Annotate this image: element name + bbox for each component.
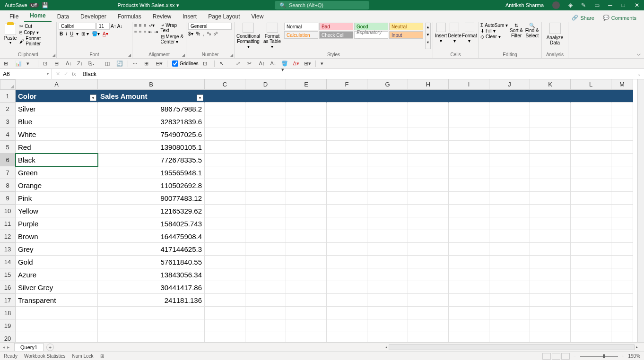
cell-D7[interactable] bbox=[245, 166, 286, 179]
cells-area[interactable]: Color▼Sales Amount▼Silver986757988.2Blue… bbox=[16, 90, 637, 342]
cell-F20[interactable] bbox=[327, 332, 367, 342]
cell-D12[interactable] bbox=[245, 230, 286, 243]
cell-H19[interactable] bbox=[408, 319, 449, 332]
analyze-data-button[interactable]: Analyze Data bbox=[544, 23, 566, 49]
cell-C15[interactable] bbox=[205, 268, 245, 281]
cell-K3[interactable] bbox=[530, 115, 571, 128]
cell-K7[interactable] bbox=[530, 166, 571, 179]
cell-F11[interactable] bbox=[327, 217, 367, 230]
align-center-icon[interactable]: ≡ bbox=[139, 29, 142, 34]
cell-E5[interactable] bbox=[286, 141, 327, 154]
cell-G13[interactable] bbox=[367, 243, 408, 256]
column-header-I[interactable]: I bbox=[449, 79, 489, 90]
column-header-L[interactable]: L bbox=[571, 79, 611, 90]
cell-I1[interactable] bbox=[449, 90, 489, 103]
cell-F15[interactable] bbox=[327, 268, 367, 281]
cell-K5[interactable] bbox=[530, 141, 571, 154]
menu-insert[interactable]: Insert bbox=[177, 11, 202, 22]
cell-E7[interactable] bbox=[286, 166, 327, 179]
cell-B20[interactable] bbox=[98, 332, 205, 342]
cell-K9[interactable] bbox=[530, 192, 571, 205]
cell-H14[interactable] bbox=[408, 256, 449, 268]
percent-button[interactable]: % bbox=[196, 31, 200, 36]
cell-E6[interactable] bbox=[286, 154, 327, 166]
cell-I16[interactable] bbox=[449, 281, 489, 294]
cell-M7[interactable] bbox=[611, 166, 633, 179]
cell-A16[interactable]: Silver Grey bbox=[16, 281, 98, 294]
zoom-slider[interactable] bbox=[580, 356, 618, 357]
insert-cells-button[interactable]: Insert▾ bbox=[435, 23, 447, 49]
cell-D18[interactable] bbox=[245, 307, 286, 319]
cell-M4[interactable] bbox=[611, 128, 633, 141]
status-workbook-stats[interactable]: Workbook Statistics bbox=[24, 353, 66, 359]
cell-G8[interactable] bbox=[367, 179, 408, 192]
cell-F19[interactable] bbox=[327, 319, 367, 332]
cell-K18[interactable] bbox=[530, 307, 571, 319]
cell-H10[interactable] bbox=[408, 205, 449, 217]
cell-H2[interactable] bbox=[408, 103, 449, 115]
autosum-button[interactable]: ΣAutoSum ▾ bbox=[480, 23, 508, 28]
cell-G12[interactable] bbox=[367, 230, 408, 243]
cell-H12[interactable] bbox=[408, 230, 449, 243]
qa-icon-11[interactable]: ⊟▾ bbox=[156, 60, 162, 67]
cell-K2[interactable] bbox=[530, 103, 571, 115]
cell-G2[interactable] bbox=[367, 103, 408, 115]
cell-I9[interactable] bbox=[449, 192, 489, 205]
cell-M2[interactable] bbox=[611, 103, 633, 115]
qa-icon-17[interactable]: A↓ bbox=[270, 60, 277, 67]
row-header-19[interactable]: 19 bbox=[0, 319, 16, 332]
cell-K20[interactable] bbox=[530, 332, 571, 342]
cell-E19[interactable] bbox=[286, 319, 327, 332]
cell-L4[interactable] bbox=[571, 128, 611, 141]
cell-E11[interactable] bbox=[286, 217, 327, 230]
cell-B9[interactable]: 90077483.12 bbox=[98, 192, 205, 205]
cell-C11[interactable] bbox=[205, 217, 245, 230]
menu-file[interactable]: File bbox=[4, 11, 24, 22]
cell-A3[interactable]: Blue bbox=[16, 115, 98, 128]
cell-E4[interactable] bbox=[286, 128, 327, 141]
menu-formulas[interactable]: Formulas bbox=[112, 11, 147, 22]
number-format-select[interactable]: General bbox=[188, 23, 232, 30]
cell-F12[interactable] bbox=[327, 230, 367, 243]
cell-G5[interactable] bbox=[367, 141, 408, 154]
cell-D19[interactable] bbox=[245, 319, 286, 332]
cell-J15[interactable] bbox=[489, 268, 530, 281]
column-header-D[interactable]: D bbox=[245, 79, 286, 90]
cell-C18[interactable] bbox=[205, 307, 245, 319]
cell-I15[interactable] bbox=[449, 268, 489, 281]
bold-button[interactable]: B bbox=[60, 31, 63, 36]
styles-gallery-scroll[interactable]: ▲▼▾ bbox=[425, 23, 431, 49]
decrease-decimal-button[interactable]: ₀⁰ bbox=[214, 31, 218, 36]
search-box[interactable]: 🔍 Search (Alt+Q) bbox=[275, 1, 369, 9]
row-header-8[interactable]: 8 bbox=[0, 179, 16, 192]
expand-formula-bar[interactable]: ⌄ bbox=[635, 72, 644, 77]
cell-A11[interactable]: Purple bbox=[16, 217, 98, 230]
qa-icon-3[interactable]: ▾ bbox=[26, 60, 33, 67]
cell-J11[interactable] bbox=[489, 217, 530, 230]
cell-E9[interactable] bbox=[286, 192, 327, 205]
indent-inc-icon[interactable]: ⇥ bbox=[154, 29, 158, 34]
cell-I17[interactable] bbox=[449, 294, 489, 307]
cell-L9[interactable] bbox=[571, 192, 611, 205]
cell-D10[interactable] bbox=[245, 205, 286, 217]
cell-J19[interactable] bbox=[489, 319, 530, 332]
cell-H11[interactable] bbox=[408, 217, 449, 230]
cell-J2[interactable] bbox=[489, 103, 530, 115]
cell-B17[interactable]: 241181.136 bbox=[98, 294, 205, 307]
cell-C3[interactable] bbox=[205, 115, 245, 128]
maximize-button[interactable]: □ bbox=[622, 2, 625, 9]
cell-B5[interactable]: 139080105.1 bbox=[98, 141, 205, 154]
cell-J9[interactable] bbox=[489, 192, 530, 205]
cell-A1[interactable]: Color▼ bbox=[16, 90, 98, 103]
cell-D14[interactable] bbox=[245, 256, 286, 268]
style-explanatory[interactable]: Explanatory ... bbox=[354, 31, 388, 39]
cell-L6[interactable] bbox=[571, 154, 611, 166]
cell-M18[interactable] bbox=[611, 307, 633, 319]
cell-D3[interactable] bbox=[245, 115, 286, 128]
cell-J17[interactable] bbox=[489, 294, 530, 307]
cell-F4[interactable] bbox=[327, 128, 367, 141]
cell-A14[interactable]: Gold bbox=[16, 256, 98, 268]
comments-button[interactable]: 💬 Comments bbox=[599, 14, 640, 22]
column-header-C[interactable]: C bbox=[205, 79, 245, 90]
view-page-layout-button[interactable] bbox=[552, 353, 560, 360]
